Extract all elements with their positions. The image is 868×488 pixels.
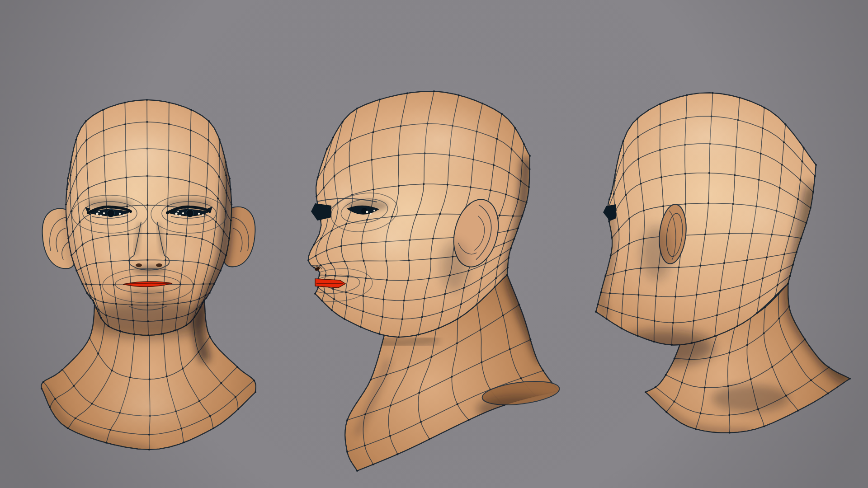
right-nostril (156, 263, 162, 267)
viewport-canvas[interactable] (0, 0, 868, 488)
lip-line (316, 283, 343, 284)
viewport[interactable] (0, 0, 868, 488)
left-nostril (136, 263, 142, 267)
